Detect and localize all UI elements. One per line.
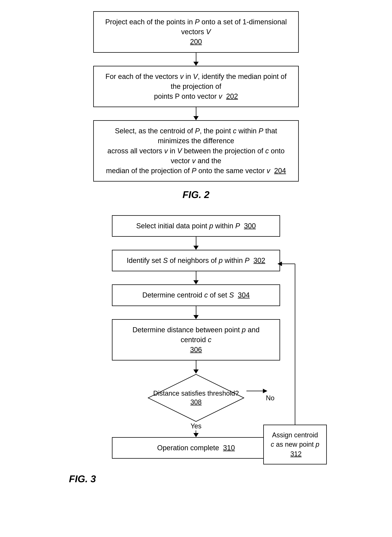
box-200-text: Project each of the points in P onto a s… [105, 18, 287, 46]
box-306: Determine distance between point p and c… [112, 319, 280, 361]
fig3-label: FIG. 3 [69, 473, 96, 485]
box-310: Operation complete 310 [112, 437, 280, 459]
diagram: Project each of the points in P onto a s… [15, 11, 377, 474]
box-310-text: Operation complete 310 [157, 444, 235, 452]
diamond-308: Distance satisfies threshold? 308 [147, 374, 245, 422]
arrow-200-202 [193, 53, 199, 66]
box-304: Determine centroid c of set S 304 [112, 284, 280, 306]
diamond-308-text: Distance satisfies threshold? 308 [153, 389, 239, 407]
box-200: Project each of the points in P onto a s… [93, 11, 299, 53]
box-202: For each of the vectors v in V, identify… [93, 66, 299, 107]
fig2-section: Project each of the points in P onto a s… [15, 11, 377, 200]
ref-304: 304 [238, 291, 250, 299]
ref-312: 312 [290, 450, 302, 458]
arrow-300-302 [193, 237, 199, 250]
ref-310: 310 [223, 444, 235, 452]
fig3-container: FIG. 3 Select initial data point p withi… [65, 215, 327, 459]
ref-202: 202 [226, 92, 238, 100]
ref-200: 200 [190, 38, 202, 46]
arrow-304-306 [193, 306, 199, 319]
box-204: Select, as the centroid of P, the point … [93, 120, 299, 182]
yes-label: Yes [191, 422, 202, 430]
ref-306: 306 [190, 346, 202, 353]
arrow-306-308 [193, 361, 199, 374]
box-302-text: Identify set S of neighbors of p within … [127, 257, 265, 264]
box-312-text: Assign centroid c as new point p 312 [271, 431, 319, 458]
box-202-text: For each of the vectors v in V, identify… [105, 73, 287, 100]
box-302: Identify set S of neighbors of p within … [112, 250, 280, 271]
arrow-202-204 [193, 107, 199, 120]
no-label: No [266, 394, 275, 402]
arrow-302-304 [193, 271, 199, 284]
box-304-text: Determine centroid c of set S 304 [142, 291, 250, 299]
ref-204: 204 [274, 167, 286, 175]
yes-arrow-area: Yes [191, 422, 202, 437]
ref-300: 300 [244, 222, 256, 230]
box-312: Assign centroid c as new point p 312 [263, 425, 327, 464]
box-300-text: Select initial data point p within P 300 [136, 222, 256, 230]
box-306-text: Determine distance between point p and c… [132, 326, 260, 353]
ref-308: 308 [190, 398, 202, 406]
fig3-section: FIG. 3 Select initial data point p withi… [15, 215, 377, 459]
ref-302: 302 [253, 257, 265, 264]
box-204-text: Select, as the centroid of P, the point … [106, 127, 286, 175]
fig2-label: FIG. 2 [182, 189, 210, 200]
box-300: Select initial data point p within P 300 [112, 215, 280, 237]
